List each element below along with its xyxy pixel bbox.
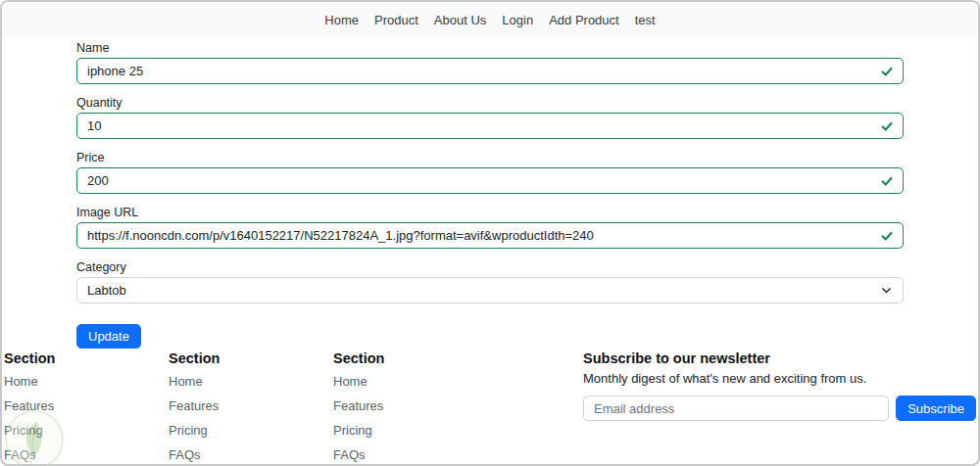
footer-section-1: Section Home Features Pricing FAQs About	[4, 350, 169, 466]
newsletter-section: Subscribe to our newsletter Monthly dige…	[583, 350, 976, 466]
newsletter-title: Subscribe to our newsletter	[583, 350, 976, 366]
footer-section-2: Section Home Features Pricing FAQs About	[169, 350, 333, 466]
quantity-input[interactable]	[76, 113, 904, 139]
footer-link-pricing[interactable]: Pricing	[169, 423, 208, 438]
footer-link-features[interactable]: Features	[333, 398, 383, 413]
image-url-field-group: Image URL	[76, 206, 904, 249]
image-url-label: Image URL	[76, 206, 904, 219]
footer-link-pricing[interactable]: Pricing	[4, 423, 43, 438]
footer-link-faqs[interactable]: FAQs	[169, 447, 201, 462]
category-field-group: Category Labtob	[76, 260, 904, 303]
page-footer: Section Home Features Pricing FAQs About…	[2, 349, 978, 466]
nav-item-add-product[interactable]: Add Product	[541, 13, 627, 27]
name-input[interactable]	[76, 58, 904, 84]
product-edit-form: Name Quantity Price	[76, 37, 904, 349]
newsletter-description: Monthly digest of what's new and excitin…	[583, 372, 976, 386]
image-url-input[interactable]	[76, 222, 904, 249]
nav-item-test[interactable]: test	[627, 13, 663, 27]
footer-link-pricing[interactable]: Pricing	[333, 423, 372, 438]
footer-link-faqs[interactable]: FAQs	[333, 447, 366, 462]
footer-section-title: Section	[4, 350, 169, 366]
subscribe-button[interactable]: Subscribe	[896, 396, 976, 421]
footer-section-3: Section Home Features Pricing FAQs About	[333, 350, 583, 466]
page: Home Product About Us Login Add Product …	[0, 0, 980, 466]
footer-link-features[interactable]: Features	[4, 398, 54, 413]
price-input[interactable]	[76, 167, 904, 194]
nav-item-product[interactable]: Product	[367, 13, 426, 27]
quantity-label: Quantity	[76, 96, 904, 110]
category-select[interactable]: Labtob	[76, 277, 904, 303]
name-field-group: Name	[76, 41, 904, 84]
footer-link-faqs[interactable]: FAQs	[4, 447, 36, 462]
quantity-field-group: Quantity	[76, 96, 904, 139]
nav-item-home[interactable]: Home	[317, 13, 367, 27]
name-label: Name	[76, 41, 904, 55]
category-label: Category	[76, 260, 904, 274]
footer-link-home[interactable]: Home	[333, 374, 368, 389]
price-field-group: Price	[76, 151, 904, 194]
nav-item-login[interactable]: Login	[494, 13, 541, 27]
footer-link-home[interactable]: Home	[4, 374, 38, 389]
top-navbar: Home Product About Us Login Add Product …	[2, 2, 978, 37]
nav-item-about-us[interactable]: About Us	[426, 13, 494, 27]
footer-section-title: Section	[333, 350, 583, 366]
footer-link-features[interactable]: Features	[169, 398, 219, 413]
price-label: Price	[76, 151, 904, 164]
footer-section-title: Section	[169, 350, 333, 366]
update-button[interactable]: Update	[76, 324, 141, 349]
footer-link-home[interactable]: Home	[169, 374, 203, 389]
email-input[interactable]	[583, 396, 889, 421]
